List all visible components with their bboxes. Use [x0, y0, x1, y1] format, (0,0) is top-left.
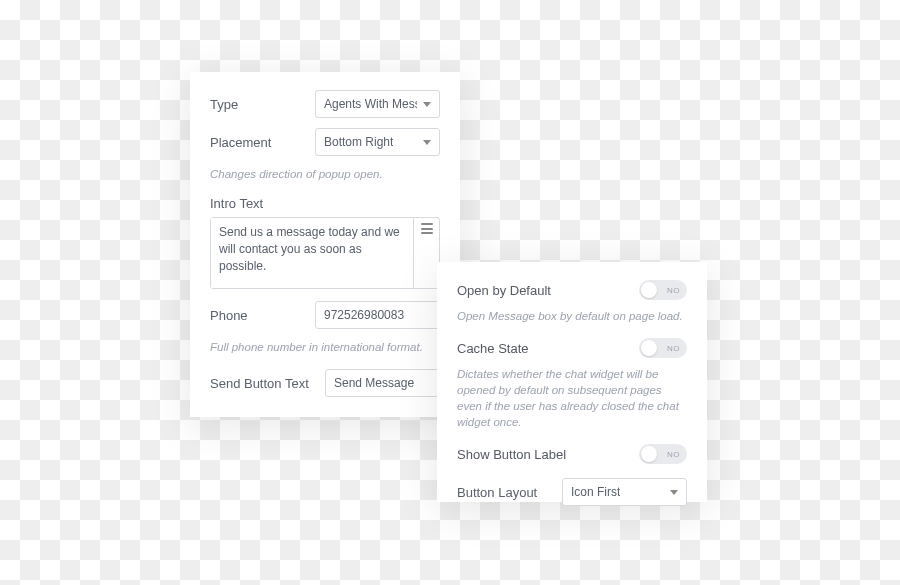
settings-panel-secondary: Open by Default NO Open Message box by d…: [437, 262, 707, 502]
placement-helper: Changes direction of popup open.: [210, 166, 440, 182]
open-default-helper: Open Message box by default on page load…: [457, 308, 687, 324]
cache-state-helper: Dictates whether the chat widget will be…: [457, 366, 687, 430]
phone-input[interactable]: [315, 301, 440, 329]
button-layout-label: Button Layout: [457, 485, 562, 500]
intro-dynamic-button[interactable]: [413, 218, 439, 288]
intro-textarea-wrap: [210, 217, 440, 289]
type-row: Type Agents With Messa: [210, 90, 440, 118]
intro-label: Intro Text: [210, 196, 440, 211]
toggle-knob: [641, 340, 657, 356]
toggle-state-text: NO: [667, 344, 680, 353]
placement-row: Placement Bottom Right: [210, 128, 440, 156]
show-button-label-toggle[interactable]: NO: [639, 444, 687, 464]
send-button-text-input[interactable]: [325, 369, 440, 397]
placement-label: Placement: [210, 135, 315, 150]
send-button-text-row: Send Button Text: [210, 369, 440, 397]
open-default-toggle[interactable]: NO: [639, 280, 687, 300]
chevron-down-icon: [423, 102, 431, 107]
placement-select[interactable]: Bottom Right: [315, 128, 440, 156]
intro-textarea[interactable]: [211, 218, 413, 288]
show-button-label-label: Show Button Label: [457, 447, 566, 462]
chevron-down-icon: [670, 490, 678, 495]
button-layout-select-value: Icon First: [571, 485, 620, 499]
phone-label: Phone: [210, 308, 315, 323]
send-button-text-label: Send Button Text: [210, 376, 325, 391]
type-label: Type: [210, 97, 315, 112]
phone-row: Phone: [210, 301, 440, 329]
button-layout-select[interactable]: Icon First: [562, 478, 687, 506]
phone-helper: Full phone number in international forma…: [210, 339, 440, 355]
cache-state-row: Cache State NO: [457, 338, 687, 358]
cache-state-toggle[interactable]: NO: [639, 338, 687, 358]
toggle-state-text: NO: [667, 286, 680, 295]
type-select[interactable]: Agents With Messa: [315, 90, 440, 118]
type-select-value: Agents With Messa: [324, 97, 417, 111]
toggle-knob: [641, 282, 657, 298]
cache-state-label: Cache State: [457, 341, 529, 356]
show-button-label-row: Show Button Label NO: [457, 444, 687, 464]
open-default-row: Open by Default NO: [457, 280, 687, 300]
toggle-knob: [641, 446, 657, 462]
chevron-down-icon: [423, 140, 431, 145]
placement-select-value: Bottom Right: [324, 135, 393, 149]
settings-panel-main: Type Agents With Messa Placement Bottom …: [190, 72, 460, 417]
button-layout-row: Button Layout Icon First: [457, 478, 687, 506]
open-default-label: Open by Default: [457, 283, 551, 298]
toggle-state-text: NO: [667, 450, 680, 459]
database-icon: [421, 223, 433, 234]
